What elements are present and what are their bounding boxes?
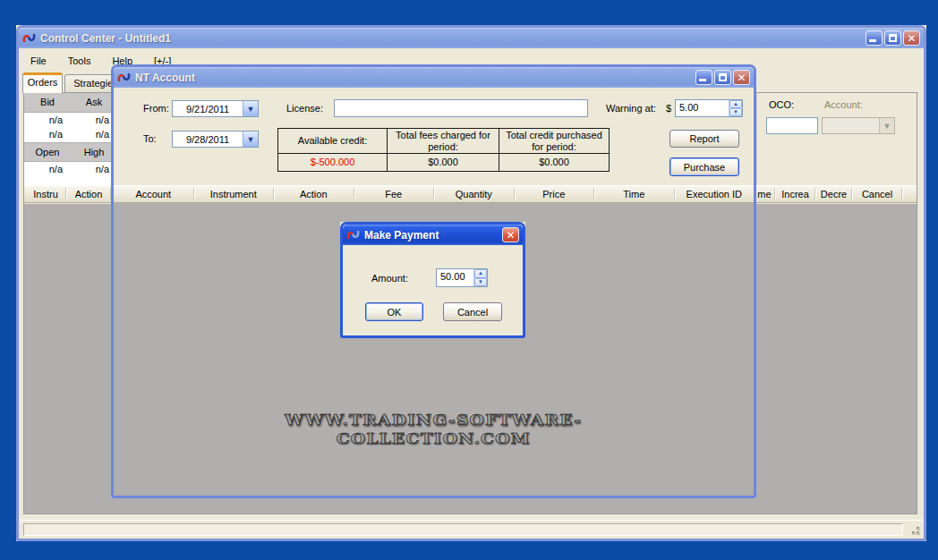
- purchase-button[interactable]: Purchase: [669, 157, 739, 176]
- column-instrument[interactable]: Instru: [26, 188, 66, 200]
- account-select[interactable]: ▼: [822, 117, 895, 134]
- minimize-icon[interactable]: [866, 30, 883, 46]
- column-decrease[interactable]: Decre: [816, 188, 852, 200]
- chevron-down-icon: ▼: [243, 132, 258, 147]
- spinner-down-icon[interactable]: ▼: [474, 278, 487, 287]
- open-value: n/a: [24, 162, 71, 177]
- column-increase[interactable]: Increa: [776, 188, 815, 200]
- dialog-title: Make Payment: [364, 229, 439, 242]
- column-time[interactable]: Time: [594, 188, 675, 200]
- amount-label: Amount:: [371, 273, 408, 284]
- oco-input[interactable]: [766, 117, 818, 134]
- amount-spinner[interactable]: 50.00 ▲ ▼: [436, 268, 488, 287]
- column-cancel[interactable]: Cancel: [853, 188, 902, 200]
- close-icon[interactable]: ✕: [502, 227, 519, 242]
- warning-amount-spinner[interactable]: 5.00 ▲ ▼: [675, 99, 743, 117]
- chevron-down-icon: ▼: [879, 118, 894, 133]
- column-time[interactable]: me: [755, 188, 775, 200]
- app-icon: [22, 32, 36, 44]
- license-label: License:: [286, 103, 323, 114]
- total-fees-value: $0.000: [388, 154, 499, 171]
- column-fee[interactable]: Fee: [354, 188, 435, 200]
- status-bar: [20, 520, 923, 538]
- total-fees-header: Total fees charged for period:: [388, 129, 499, 154]
- maximize-icon[interactable]: [714, 70, 731, 85]
- column-price[interactable]: Price: [515, 188, 595, 200]
- license-input[interactable]: [334, 99, 588, 117]
- column-execution-id[interactable]: Execution ID: [675, 188, 755, 200]
- to-date-select[interactable]: 9/28/2011 ▼: [172, 131, 259, 148]
- close-icon[interactable]: ✕: [733, 70, 750, 85]
- app-icon: [117, 72, 131, 83]
- col-open: Open: [24, 143, 71, 161]
- spinner-down-icon[interactable]: ▼: [729, 108, 742, 116]
- credit-summary-table: Available credit: Total fees charged for…: [277, 128, 610, 172]
- minimize-icon[interactable]: [695, 70, 712, 85]
- total-credit-header: Total credit purchased for period:: [499, 129, 609, 154]
- total-credit-value: $0.000: [499, 154, 609, 171]
- chevron-down-icon: ▼: [243, 101, 258, 116]
- window-title: NT Account: [135, 72, 195, 84]
- from-label: From:: [143, 103, 169, 114]
- column-quantity[interactable]: Quantity: [434, 188, 515, 200]
- market-data-grid: Bid Ask n/a n/a n/a n/a Open High n/a n/…: [24, 93, 119, 186]
- fees-column-headers: Account Instrument Action Fee Quantity P…: [114, 185, 754, 203]
- to-label: To:: [143, 133, 157, 144]
- column-instrument[interactable]: Instrument: [194, 188, 275, 200]
- oco-label: OCO:: [769, 99, 794, 110]
- watermark-text: WWW.TRADING-SOFTWARE-COLLECTION.COM: [218, 411, 648, 446]
- maximize-icon[interactable]: [884, 30, 901, 46]
- resize-grip[interactable]: [908, 523, 920, 535]
- column-action[interactable]: Action: [274, 188, 354, 200]
- app-icon: [346, 229, 360, 241]
- control-center-titlebar[interactable]: Control Center - Untitled1 ✕: [19, 28, 924, 48]
- available-credit-value: $-500.000: [278, 154, 388, 171]
- ok-button[interactable]: OK: [365, 302, 423, 321]
- make-payment-titlebar[interactable]: Make Payment ✕: [343, 225, 523, 245]
- spinner-up-icon[interactable]: ▲: [729, 100, 742, 108]
- close-icon[interactable]: ✕: [903, 30, 920, 46]
- order-entry-panel: OCO: Account: ▼: [756, 93, 916, 185]
- tab-orders[interactable]: Orders: [22, 72, 63, 93]
- col-bid: Bid: [24, 93, 71, 112]
- from-date-select[interactable]: 9/21/2011 ▼: [172, 100, 259, 117]
- make-payment-content: Amount: 50.00 ▲ ▼ OK Cancel: [343, 245, 523, 335]
- report-button[interactable]: Report: [669, 130, 739, 148]
- column-action[interactable]: Action: [67, 188, 111, 200]
- nt-account-titlebar[interactable]: NT Account ✕: [114, 67, 754, 88]
- menu-file[interactable]: File: [20, 53, 57, 69]
- bid-value: n/a: [24, 127, 71, 142]
- make-payment-dialog: Make Payment ✕ Amount: 50.00 ▲ ▼ OK Canc…: [340, 222, 525, 338]
- menu-tools[interactable]: Tools: [57, 53, 102, 69]
- cancel-button[interactable]: Cancel: [443, 302, 502, 321]
- bid-value: n/a: [24, 113, 71, 127]
- warning-at-label: Warning at:: [606, 103, 656, 114]
- account-label: Account:: [824, 99, 863, 110]
- available-credit-header: Available credit:: [278, 129, 388, 154]
- currency-label: $: [666, 103, 671, 114]
- status-message: [23, 523, 903, 536]
- window-title: Control Center - Untitled1: [40, 32, 171, 45]
- column-account[interactable]: Account: [114, 188, 194, 200]
- spinner-up-icon[interactable]: ▲: [474, 269, 487, 278]
